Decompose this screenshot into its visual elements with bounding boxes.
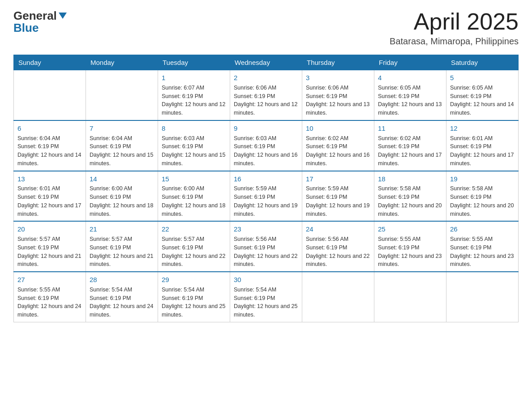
day-info: Sunrise: 6:02 AMSunset: 6:19 PMDaylight:…	[306, 134, 370, 168]
day-info: Sunrise: 6:06 AMSunset: 6:19 PMDaylight:…	[234, 84, 298, 117]
day-info: Sunrise: 5:56 AMSunset: 6:19 PMDaylight:…	[306, 235, 370, 269]
table-row: 23Sunrise: 5:56 AMSunset: 6:19 PMDayligh…	[230, 221, 302, 272]
day-number: 7	[90, 124, 154, 133]
day-number: 4	[378, 73, 442, 83]
table-row	[446, 272, 519, 322]
day-info: Sunrise: 5:54 AMSunset: 6:19 PMDaylight:…	[234, 286, 298, 319]
table-row	[374, 272, 446, 322]
calendar-week-4: 20Sunrise: 5:57 AMSunset: 6:19 PMDayligh…	[14, 221, 519, 272]
table-row: 25Sunrise: 5:55 AMSunset: 6:19 PMDayligh…	[374, 221, 446, 272]
day-info: Sunrise: 5:59 AMSunset: 6:19 PMDaylight:…	[234, 184, 298, 218]
day-number: 12	[450, 124, 515, 133]
col-monday: Monday	[86, 55, 158, 70]
table-row: 29Sunrise: 5:54 AMSunset: 6:19 PMDayligh…	[158, 272, 230, 322]
table-row: 27Sunrise: 5:55 AMSunset: 6:19 PMDayligh…	[14, 272, 86, 322]
day-info: Sunrise: 6:05 AMSunset: 6:19 PMDaylight:…	[450, 84, 515, 117]
table-row: 11Sunrise: 6:02 AMSunset: 6:19 PMDayligh…	[374, 120, 446, 171]
day-info: Sunrise: 6:01 AMSunset: 6:19 PMDaylight:…	[450, 134, 515, 168]
day-info: Sunrise: 5:58 AMSunset: 6:19 PMDaylight:…	[378, 184, 442, 218]
table-row: 21Sunrise: 5:57 AMSunset: 6:19 PMDayligh…	[86, 221, 158, 272]
day-number: 19	[450, 174, 515, 184]
day-number: 11	[378, 124, 442, 133]
table-row: 12Sunrise: 6:01 AMSunset: 6:19 PMDayligh…	[446, 120, 519, 171]
col-sunday: Sunday	[14, 55, 86, 70]
table-row: 17Sunrise: 5:59 AMSunset: 6:19 PMDayligh…	[302, 171, 374, 222]
logo: General Blue	[13, 9, 67, 35]
day-info: Sunrise: 6:00 AMSunset: 6:19 PMDaylight:…	[162, 184, 226, 218]
logo-triangle-icon	[59, 13, 67, 19]
table-row: 7Sunrise: 6:04 AMSunset: 6:19 PMDaylight…	[86, 120, 158, 171]
day-number: 9	[234, 124, 298, 133]
table-row: 16Sunrise: 5:59 AMSunset: 6:19 PMDayligh…	[230, 171, 302, 222]
month-title: April 2025	[390, 9, 519, 34]
table-row	[14, 70, 86, 120]
day-info: Sunrise: 5:58 AMSunset: 6:19 PMDaylight:…	[450, 184, 515, 218]
table-row: 24Sunrise: 5:56 AMSunset: 6:19 PMDayligh…	[302, 221, 374, 272]
table-row: 2Sunrise: 6:06 AMSunset: 6:19 PMDaylight…	[230, 70, 302, 120]
day-number: 24	[306, 224, 370, 234]
table-row: 28Sunrise: 5:54 AMSunset: 6:19 PMDayligh…	[86, 272, 158, 322]
table-row: 6Sunrise: 6:04 AMSunset: 6:19 PMDaylight…	[14, 120, 86, 171]
table-row: 1Sunrise: 6:07 AMSunset: 6:19 PMDaylight…	[158, 70, 230, 120]
day-info: Sunrise: 6:04 AMSunset: 6:19 PMDaylight:…	[90, 134, 154, 168]
day-info: Sunrise: 5:55 AMSunset: 6:19 PMDaylight:…	[17, 286, 82, 319]
day-info: Sunrise: 6:03 AMSunset: 6:19 PMDaylight:…	[162, 134, 226, 168]
day-info: Sunrise: 6:03 AMSunset: 6:19 PMDaylight:…	[234, 134, 298, 168]
day-info: Sunrise: 6:02 AMSunset: 6:19 PMDaylight:…	[378, 134, 442, 168]
table-row: 4Sunrise: 6:05 AMSunset: 6:19 PMDaylight…	[374, 70, 446, 120]
day-number: 28	[90, 275, 154, 285]
day-info: Sunrise: 6:01 AMSunset: 6:19 PMDaylight:…	[17, 184, 82, 218]
table-row: 19Sunrise: 5:58 AMSunset: 6:19 PMDayligh…	[446, 171, 519, 222]
day-info: Sunrise: 5:57 AMSunset: 6:19 PMDaylight:…	[162, 235, 226, 269]
day-number: 16	[234, 174, 298, 184]
calendar-week-3: 13Sunrise: 6:01 AMSunset: 6:19 PMDayligh…	[14, 171, 519, 222]
table-row: 13Sunrise: 6:01 AMSunset: 6:19 PMDayligh…	[14, 171, 86, 222]
day-number: 10	[306, 124, 370, 133]
col-thursday: Thursday	[302, 55, 374, 70]
day-number: 22	[162, 224, 226, 234]
day-number: 13	[17, 174, 82, 184]
day-number: 14	[90, 174, 154, 184]
day-info: Sunrise: 6:00 AMSunset: 6:19 PMDaylight:…	[90, 184, 154, 218]
day-number: 1	[162, 73, 226, 83]
day-info: Sunrise: 6:06 AMSunset: 6:19 PMDaylight:…	[306, 84, 370, 117]
day-number: 5	[450, 73, 515, 83]
day-number: 26	[450, 224, 515, 234]
table-row: 15Sunrise: 6:00 AMSunset: 6:19 PMDayligh…	[158, 171, 230, 222]
table-row: 9Sunrise: 6:03 AMSunset: 6:19 PMDaylight…	[230, 120, 302, 171]
day-info: Sunrise: 5:54 AMSunset: 6:19 PMDaylight:…	[162, 286, 226, 319]
day-info: Sunrise: 5:59 AMSunset: 6:19 PMDaylight:…	[306, 184, 370, 218]
table-row: 10Sunrise: 6:02 AMSunset: 6:19 PMDayligh…	[302, 120, 374, 171]
day-info: Sunrise: 6:04 AMSunset: 6:19 PMDaylight:…	[17, 134, 82, 168]
day-number: 18	[378, 174, 442, 184]
col-tuesday: Tuesday	[158, 55, 230, 70]
table-row: 18Sunrise: 5:58 AMSunset: 6:19 PMDayligh…	[374, 171, 446, 222]
day-info: Sunrise: 5:57 AMSunset: 6:19 PMDaylight:…	[90, 235, 154, 269]
day-number: 29	[162, 275, 226, 285]
day-number: 6	[17, 124, 82, 133]
day-info: Sunrise: 5:57 AMSunset: 6:19 PMDaylight:…	[17, 235, 82, 269]
day-number: 3	[306, 73, 370, 83]
table-row: 5Sunrise: 6:05 AMSunset: 6:19 PMDaylight…	[446, 70, 519, 120]
table-row: 30Sunrise: 5:54 AMSunset: 6:19 PMDayligh…	[230, 272, 302, 322]
day-info: Sunrise: 5:54 AMSunset: 6:19 PMDaylight:…	[90, 286, 154, 319]
day-number: 20	[17, 224, 82, 234]
day-number: 21	[90, 224, 154, 234]
table-row: 3Sunrise: 6:06 AMSunset: 6:19 PMDaylight…	[302, 70, 374, 120]
page-header: General Blue April 2025 Batarasa, Mimaro…	[13, 9, 519, 47]
day-number: 15	[162, 174, 226, 184]
day-number: 23	[234, 224, 298, 234]
day-number: 27	[17, 275, 82, 285]
calendar-week-1: 1Sunrise: 6:07 AMSunset: 6:19 PMDaylight…	[14, 70, 519, 120]
calendar-table: Sunday Monday Tuesday Wednesday Thursday…	[13, 55, 519, 322]
day-info: Sunrise: 6:07 AMSunset: 6:19 PMDaylight:…	[162, 84, 226, 117]
col-wednesday: Wednesday	[230, 55, 302, 70]
table-row: 14Sunrise: 6:00 AMSunset: 6:19 PMDayligh…	[86, 171, 158, 222]
day-number: 2	[234, 73, 298, 83]
table-row: 20Sunrise: 5:57 AMSunset: 6:19 PMDayligh…	[14, 221, 86, 272]
day-number: 30	[234, 275, 298, 285]
table-row	[86, 70, 158, 120]
location-subtitle: Batarasa, Mimaropa, Philippines	[390, 36, 519, 47]
day-info: Sunrise: 5:56 AMSunset: 6:19 PMDaylight:…	[234, 235, 298, 269]
day-info: Sunrise: 5:55 AMSunset: 6:19 PMDaylight:…	[450, 235, 515, 269]
